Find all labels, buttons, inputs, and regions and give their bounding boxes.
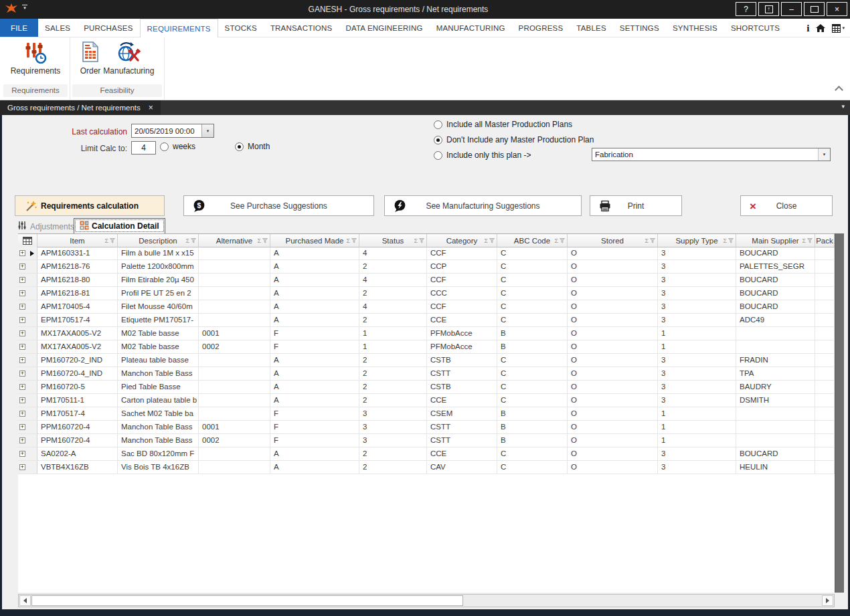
menu-tab-tables[interactable]: TABLES <box>570 19 612 37</box>
cell-pack[interactable] <box>815 447 835 461</box>
cell-abc-code[interactable]: C <box>497 394 568 407</box>
cell-stored[interactable]: O <box>568 421 658 434</box>
last-calculation-combobox[interactable]: 20/05/2019 00:00 ▾ <box>131 124 214 138</box>
cell-purchased-made[interactable]: F <box>270 434 359 447</box>
col-header-purchased-made[interactable]: Purchased MadeΣ <box>270 234 359 247</box>
cell-stored[interactable]: O <box>568 354 658 367</box>
cell-category[interactable]: CSTB <box>427 354 497 367</box>
cell-description[interactable]: Manchon Table Bass <box>118 421 199 434</box>
cell-status[interactable]: 3 <box>359 407 427 421</box>
col-header-status[interactable]: StatusΣ <box>359 234 427 247</box>
cell-item[interactable]: MX17AXA005-V2 <box>37 340 118 354</box>
cell-category[interactable]: PFMobAcce <box>427 327 497 340</box>
cell-pack[interactable] <box>815 300 835 314</box>
cell-item[interactable]: APM16218-76 <box>37 260 118 274</box>
filter-funnel-icon[interactable] <box>728 238 734 243</box>
row-selector[interactable]: + <box>18 247 37 260</box>
filter-funnel-icon[interactable] <box>489 238 495 243</box>
cell-description[interactable]: Plateau table basse <box>118 354 199 367</box>
tab-adjustments[interactable]: Adjustments <box>17 221 74 232</box>
cell-description[interactable]: Etiquette PM170517- <box>118 314 199 327</box>
cell-pack[interactable] <box>815 314 835 327</box>
table-row[interactable]: +PPM160720-4Manchon Table Bass0001F3CSTT… <box>18 421 835 434</box>
cell-category[interactable]: CSTT <box>427 367 497 381</box>
cell-main-supplier[interactable] <box>736 340 815 354</box>
cell-status[interactable]: 2 <box>359 354 427 367</box>
row-selector[interactable]: + <box>18 461 37 474</box>
cell-supply-type[interactable]: 3 <box>658 287 736 300</box>
row-expander-icon[interactable]: + <box>19 344 25 350</box>
cell-supply-type[interactable]: 3 <box>658 461 736 474</box>
cell-pack[interactable] <box>815 367 835 381</box>
cell-stored[interactable]: O <box>568 367 658 381</box>
table-row[interactable]: +APM16218-80Film Etirable 20µ 450A4CCFCO… <box>18 274 835 287</box>
row-selector[interactable]: + <box>18 434 37 447</box>
include-all-plans-radio[interactable]: Include all Master Production Plans <box>434 120 572 129</box>
cell-description[interactable]: M02 Table basse <box>118 327 199 340</box>
cell-description[interactable]: Manchon Table Bass <box>118 434 199 447</box>
cell-description[interactable]: Sac BD 80x120mm F <box>118 447 199 461</box>
cell-category[interactable]: CCP <box>427 260 497 274</box>
cell-stored[interactable]: O <box>568 287 658 300</box>
cell-description[interactable]: M02 Table basse <box>118 340 199 354</box>
cell-status[interactable]: 4 <box>359 247 427 260</box>
horizontal-scrollbar[interactable] <box>18 594 835 607</box>
col-header-main-supplier[interactable]: Main SupplierΣ <box>736 234 815 247</box>
menu-tab-purchases[interactable]: PURCHASES <box>77 19 139 37</box>
include-only-plan-radio[interactable]: Include only this plan -> <box>434 150 531 160</box>
table-row[interactable]: +EPM170517-4Etiquette PM170517-A2CCECO3A… <box>18 314 835 327</box>
cell-item[interactable]: PPM160720-4 <box>37 434 118 447</box>
cell-stored[interactable]: O <box>568 461 658 474</box>
cell-stored[interactable]: O <box>568 434 658 447</box>
cell-supply-type[interactable]: 3 <box>658 247 736 260</box>
cell-category[interactable]: CCC <box>427 287 497 300</box>
menu-tab-requirements[interactable]: REQUIREMENTS <box>140 19 218 37</box>
cell-abc-code[interactable]: C <box>497 367 568 381</box>
col-header-description[interactable]: DescriptionΣ <box>118 234 199 247</box>
cell-item[interactable]: APM16218-81 <box>37 287 118 300</box>
cell-abc-code[interactable]: C <box>497 314 568 327</box>
maximize-button[interactable] <box>804 2 825 16</box>
table-row[interactable]: +PM160720-4_INDManchon Table BassA2CSTTC… <box>18 367 835 381</box>
row-selector[interactable]: + <box>18 394 37 407</box>
close-window-button[interactable]: × <box>827 2 847 16</box>
table-row[interactable]: +PM170517-4Sachet M02 Table baF3CSEMBO1 <box>18 407 835 421</box>
cell-item[interactable]: SA0202-A <box>37 447 118 461</box>
menu-tab-stocks[interactable]: STOCKS <box>218 19 264 37</box>
minimize-button[interactable]: – <box>781 2 802 16</box>
cell-supply-type[interactable]: 3 <box>658 447 736 461</box>
cell-supply-type[interactable]: 1 <box>658 327 736 340</box>
cell-abc-code[interactable]: B <box>497 340 568 354</box>
cell-description[interactable]: Vis Bois TB 4x16ZB <box>118 461 199 474</box>
cell-item[interactable]: PM160720-5 <box>37 381 118 394</box>
cell-abc-code[interactable]: C <box>497 381 568 394</box>
sum-icon[interactable]: Σ <box>645 237 649 244</box>
col-header-alternative[interactable]: AlternativeΣ <box>199 234 270 247</box>
sum-icon[interactable]: Σ <box>185 237 189 244</box>
cell-main-supplier[interactable]: BOUCARD <box>736 247 815 260</box>
cell-abc-code[interactable]: C <box>497 247 568 260</box>
cell-status[interactable]: 2 <box>359 314 427 327</box>
sum-icon[interactable]: Σ <box>554 237 558 244</box>
cell-alternative[interactable] <box>199 407 270 421</box>
cell-description[interactable]: Film Etirable 20µ 450 <box>118 274 199 287</box>
cell-abc-code[interactable]: B <box>497 407 568 421</box>
cell-item[interactable]: APM170405-4 <box>37 300 118 314</box>
table-row[interactable]: +PPM160720-4Manchon Table Bass0002F3CSTT… <box>18 434 835 447</box>
row-expander-icon[interactable]: + <box>19 451 25 457</box>
cell-supply-type[interactable]: 3 <box>658 367 736 381</box>
cell-supply-type[interactable]: 3 <box>658 260 736 274</box>
cell-purchased-made[interactable]: A <box>270 354 359 367</box>
cell-stored[interactable]: O <box>568 314 658 327</box>
row-expander-icon[interactable]: + <box>19 250 25 256</box>
combo-dropdown-button[interactable]: ▾ <box>818 148 830 161</box>
menu-tab-progress[interactable]: PROGRESS <box>512 19 570 37</box>
ribbon-pin-button[interactable]: ↑ <box>758 2 779 16</box>
cell-purchased-made[interactable]: A <box>270 447 359 461</box>
cell-pack[interactable] <box>815 434 835 447</box>
filter-funnel-icon[interactable] <box>560 238 565 243</box>
cell-alternative[interactable] <box>199 461 270 474</box>
col-header-category[interactable]: CategoryΣ <box>427 234 497 247</box>
cell-supply-type[interactable]: 1 <box>658 340 736 354</box>
cell-pack[interactable] <box>815 407 835 421</box>
